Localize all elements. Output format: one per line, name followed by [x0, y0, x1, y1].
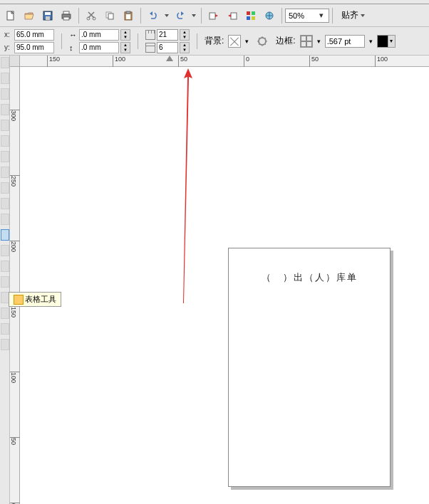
columns-spinner[interactable]: ▲▼ — [180, 29, 190, 41]
property-bar: x: y: ↔ ▲▼ ↕ ▲▼ ▲▼ ▲▼ — [0, 27, 429, 56]
background-none-swatch[interactable] — [228, 35, 241, 48]
columns-input[interactable] — [157, 29, 178, 41]
width-input[interactable] — [79, 29, 119, 41]
svg-rect-7 — [63, 17, 69, 20]
snap-label[interactable]: 贴齐 — [341, 9, 358, 21]
svg-rect-19 — [210, 13, 215, 19]
svg-rect-11 — [108, 14, 113, 19]
svg-marker-20 — [215, 14, 218, 17]
chevron-down-icon[interactable]: ▾ — [388, 36, 395, 47]
size-group: ↔ ▲▼ ↕ ▲▼ — [69, 29, 130, 53]
import-button[interactable] — [205, 7, 222, 24]
tooltip: 表格工具 — [9, 292, 61, 307]
options-button[interactable] — [254, 33, 271, 50]
connector-tool[interactable] — [1, 261, 9, 272]
ruler-origin[interactable] — [10, 56, 20, 67]
ruler-tick: 50 — [178, 56, 187, 67]
outline-tool[interactable] — [1, 308, 9, 319]
chevron-down-icon[interactable]: ▾ — [369, 38, 373, 45]
pick-tool[interactable] — [1, 57, 9, 68]
ruler-tick: 50 — [309, 56, 319, 67]
polygon-tool[interactable] — [1, 182, 9, 194]
position-group: x: y: — [4, 29, 54, 53]
fill-tool[interactable] — [1, 323, 9, 335]
document-page[interactable]: （ ）出（人）库单 — [228, 248, 391, 487]
ruler-position-marker — [166, 56, 173, 61]
chevron-down-icon[interactable]: ▾ — [245, 38, 249, 45]
zoom-input[interactable] — [289, 11, 317, 20]
svg-rect-23 — [247, 11, 250, 15]
svg-marker-17 — [181, 11, 184, 16]
zoom-tool[interactable] — [1, 104, 9, 115]
chevron-down-icon[interactable]: ▾ — [317, 11, 326, 20]
snap-dropdown[interactable] — [359, 7, 366, 24]
interactive-fill-tool[interactable] — [1, 339, 9, 350]
tooltip-text: 表格工具 — [25, 295, 56, 303]
publish-button[interactable] — [261, 7, 278, 24]
undo-dropdown[interactable] — [163, 7, 170, 24]
app-launcher-button[interactable] — [242, 7, 259, 24]
grid-size-group: ▲▼ ▲▼ — [145, 29, 190, 53]
basic-shapes-tool[interactable] — [1, 198, 9, 209]
svg-marker-22 — [228, 14, 231, 17]
new-button[interactable] — [2, 7, 19, 24]
copy-button[interactable] — [101, 7, 118, 24]
svg-rect-5 — [63, 11, 69, 14]
cut-button[interactable] — [83, 7, 100, 24]
separator — [61, 33, 62, 49]
paste-button[interactable] — [120, 7, 137, 24]
rows-input[interactable] — [157, 42, 178, 53]
blend-tool[interactable] — [1, 276, 9, 288]
y-input[interactable] — [14, 42, 54, 53]
ruler-tick: 150 — [47, 56, 60, 67]
table-tool-icon — [14, 295, 24, 305]
separator — [78, 8, 79, 23]
dimension-tool[interactable] — [1, 245, 9, 256]
border-color-swatch[interactable]: ▾ — [377, 35, 396, 48]
separator — [138, 33, 138, 49]
rows-spinner[interactable]: ▲▼ — [180, 42, 190, 53]
ruler-tick: 150 — [10, 306, 20, 317]
x-input[interactable] — [14, 29, 54, 41]
chevron-down-icon[interactable]: ▾ — [317, 38, 321, 45]
border-label: 边框: — [276, 35, 295, 47]
border-selector[interactable] — [300, 35, 313, 48]
horizontal-ruler[interactable]: 150 100 50 0 50 100 150 — [20, 56, 429, 67]
height-input[interactable] — [79, 42, 119, 53]
ruler-tick: 0 — [244, 56, 249, 67]
table-tool[interactable] — [1, 229, 9, 241]
redo-dropdown[interactable] — [190, 7, 197, 24]
ellipse-tool[interactable] — [1, 167, 9, 178]
svg-marker-30 — [183, 68, 192, 303]
svg-marker-18 — [192, 14, 196, 17]
save-button[interactable] — [39, 7, 56, 24]
crop-tool[interactable] — [1, 88, 9, 100]
svg-rect-14 — [126, 14, 130, 19]
zoom-combo[interactable]: ▾ — [285, 9, 329, 23]
smart-fill-tool[interactable] — [1, 135, 9, 147]
freehand-tool[interactable] — [1, 120, 9, 131]
width-icon: ↔ — [69, 31, 78, 39]
export-button[interactable] — [224, 7, 241, 24]
undo-button[interactable] — [145, 7, 162, 24]
ruler-tick: 100 — [10, 372, 20, 383]
height-spinner[interactable]: ▲▼ — [120, 42, 130, 53]
separator — [201, 8, 202, 23]
ruler-tick: 200 — [10, 241, 20, 252]
eyedropper-tool[interactable] — [1, 292, 9, 303]
vertical-ruler[interactable]: 300 250 200 150 100 50 0 — [10, 67, 20, 504]
print-button[interactable] — [58, 7, 75, 24]
shape-tool[interactable] — [1, 73, 9, 84]
svg-marker-28 — [361, 14, 365, 17]
ruler-tick: 100 — [113, 56, 125, 67]
open-button[interactable] — [21, 7, 38, 24]
border-weight-input[interactable] — [325, 35, 365, 48]
ruler-tick: 100 — [375, 56, 388, 67]
svg-rect-24 — [252, 11, 255, 15]
rectangle-tool[interactable] — [1, 151, 9, 162]
width-spinner[interactable]: ▲▼ — [120, 29, 130, 41]
svg-rect-3 — [45, 12, 51, 15]
drawing-canvas[interactable]: （ ）出（人）库单 — [20, 67, 429, 504]
redo-button[interactable] — [172, 7, 189, 24]
text-tool[interactable] — [1, 214, 9, 225]
